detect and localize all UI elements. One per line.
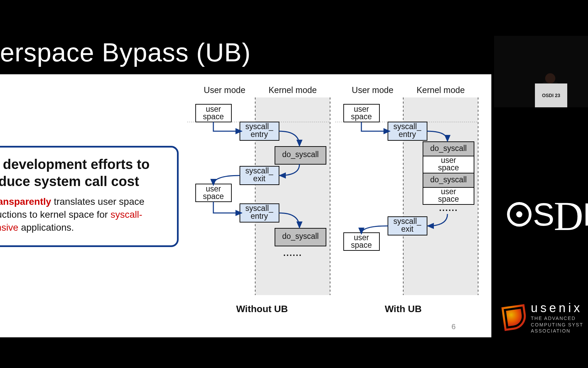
slide-stage: erspace Bypass (UB) o development effort…	[0, 0, 491, 344]
left-sx1b: exit	[253, 174, 265, 183]
left-se2b: entry	[250, 212, 268, 220]
right-panel: User mode Kernel mode user space syscall…	[335, 85, 478, 314]
callout-title: o development efforts to educe system ca…	[0, 156, 167, 190]
r-usk1b: space	[438, 163, 459, 172]
speaker-video: OSDI 23	[494, 36, 588, 107]
r-us-1b: space	[351, 112, 372, 121]
r-ds2: do_syscall	[430, 175, 467, 184]
r-usk2b: space	[438, 195, 459, 203]
callout-text-1: translates user space	[51, 196, 144, 207]
left-ellipsis: ······	[283, 250, 302, 260]
r-ds1: do_syscall	[430, 144, 467, 153]
left-us-2b: space	[203, 192, 224, 201]
osdi-logo-text: S D I 2	[507, 191, 588, 238]
left-ds2: do_syscall	[282, 232, 318, 241]
diagram-svg: User mode Kernel mode user space syscall…	[187, 78, 487, 316]
usenix-sub3: ASSOCIATION	[531, 328, 583, 334]
slide-title: erspace Bypass (UB)	[0, 37, 251, 67]
left-kernel-mode: Kernel mode	[268, 85, 317, 95]
callout-box: o development efforts to educe system ca…	[0, 146, 179, 247]
flow-diagram: User mode Kernel mode user space syscall…	[187, 78, 487, 316]
callout-text-3: applications.	[18, 222, 74, 233]
usenix-sub1: THE ADVANCED	[531, 315, 583, 321]
left-panel: User mode Kernel mode user space syscall…	[187, 85, 330, 314]
left-se1b: entry	[250, 130, 268, 139]
right-user-mode: User mode	[352, 85, 393, 95]
left-footer: Without UB	[236, 304, 288, 314]
page-number: 6	[452, 322, 456, 331]
right-footer: With UB	[385, 304, 422, 314]
callout-title-line1: o development efforts to	[0, 157, 150, 172]
osdi-logo: S D I 2	[507, 191, 588, 238]
callout-red-2a: syscall-	[111, 209, 142, 220]
usenix-sub2: COMPUTING SYST	[531, 322, 583, 328]
speaker-head	[545, 73, 555, 83]
callout-body: transparently translates user space truc…	[0, 195, 167, 234]
podium-sign: OSDI 23	[535, 83, 567, 107]
slide-body: o development efforts to educe system ca…	[0, 74, 491, 337]
right-kernel-mode: Kernel mode	[416, 85, 465, 95]
podium-text: OSDI 23	[542, 93, 560, 98]
left-us-1b: space	[203, 112, 224, 121]
r-us-2b: space	[351, 241, 372, 249]
left-user-mode: User mode	[204, 85, 245, 95]
usenix-wordmark: usenix	[531, 301, 583, 315]
r-ell: ······	[439, 205, 458, 215]
callout-text-2: tructions to kernel space for	[0, 209, 111, 220]
callout-red-2b: ensive	[0, 222, 18, 233]
r-se-b: entry	[398, 130, 416, 139]
r-sx-b: exit	[401, 225, 413, 233]
usenix-logo: usenix THE ADVANCED COMPUTING SYST ASSOC…	[503, 301, 583, 334]
left-ds1: do_syscall	[282, 150, 318, 159]
usenix-flame-icon	[501, 304, 527, 331]
osdi-ring-icon	[507, 202, 532, 227]
callout-red-1: transparently	[0, 196, 51, 207]
callout-title-line2: educe system call cost	[0, 174, 139, 189]
